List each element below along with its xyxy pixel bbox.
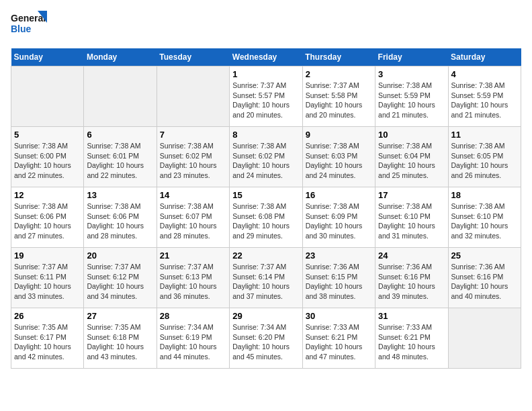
week-row-4: 26Sunrise: 7:35 AM Sunset: 6:17 PM Dayli… bbox=[11, 308, 521, 369]
calendar-cell: 24Sunrise: 7:36 AM Sunset: 6:16 PM Dayli… bbox=[375, 248, 448, 308]
day-number: 11 bbox=[451, 130, 518, 140]
calendar-cell bbox=[84, 66, 157, 127]
day-number: 10 bbox=[378, 130, 445, 140]
header: GeneralBlue bbox=[11, 11, 521, 40]
week-row-0: 1Sunrise: 7:37 AM Sunset: 5:57 PM Daylig… bbox=[11, 66, 521, 127]
calendar-cell: 8Sunrise: 7:38 AM Sunset: 6:02 PM Daylig… bbox=[230, 127, 302, 187]
calendar-cell: 5Sunrise: 7:38 AM Sunset: 6:00 PM Daylig… bbox=[11, 127, 84, 187]
calendar-cell bbox=[448, 308, 521, 369]
day-number: 4 bbox=[451, 69, 518, 79]
day-info: Sunrise: 7:33 AM Sunset: 6:21 PM Dayligh… bbox=[306, 322, 372, 362]
week-row-1: 5Sunrise: 7:38 AM Sunset: 6:00 PM Daylig… bbox=[11, 127, 521, 187]
day-number: 9 bbox=[306, 130, 372, 140]
day-info: Sunrise: 7:35 AM Sunset: 6:18 PM Dayligh… bbox=[87, 322, 153, 362]
day-info: Sunrise: 7:38 AM Sunset: 6:00 PM Dayligh… bbox=[14, 141, 81, 181]
day-info: Sunrise: 7:38 AM Sunset: 6:04 PM Dayligh… bbox=[378, 141, 445, 181]
calendar-cell: 11Sunrise: 7:38 AM Sunset: 6:05 PM Dayli… bbox=[448, 127, 521, 187]
calendar-body: 1Sunrise: 7:37 AM Sunset: 5:57 PM Daylig… bbox=[11, 66, 521, 369]
calendar-cell: 9Sunrise: 7:38 AM Sunset: 6:03 PM Daylig… bbox=[302, 127, 375, 187]
calendar-cell: 13Sunrise: 7:38 AM Sunset: 6:06 PM Dayli… bbox=[84, 187, 157, 248]
weekday-header-saturday: Saturday bbox=[448, 48, 521, 66]
calendar-cell: 18Sunrise: 7:38 AM Sunset: 6:10 PM Dayli… bbox=[448, 187, 521, 248]
weekday-header-sunday: Sunday bbox=[11, 48, 84, 66]
weekday-header-thursday: Thursday bbox=[302, 48, 375, 66]
day-number: 5 bbox=[14, 130, 81, 140]
day-info: Sunrise: 7:34 AM Sunset: 6:20 PM Dayligh… bbox=[232, 322, 299, 362]
day-number: 14 bbox=[160, 190, 226, 200]
day-info: Sunrise: 7:36 AM Sunset: 6:16 PM Dayligh… bbox=[451, 262, 518, 302]
calendar-cell: 19Sunrise: 7:37 AM Sunset: 6:11 PM Dayli… bbox=[11, 248, 84, 308]
day-number: 20 bbox=[87, 250, 153, 261]
day-info: Sunrise: 7:34 AM Sunset: 6:19 PM Dayligh… bbox=[160, 322, 226, 362]
day-info: Sunrise: 7:37 AM Sunset: 6:13 PM Dayligh… bbox=[160, 262, 226, 302]
calendar-cell: 28Sunrise: 7:34 AM Sunset: 6:19 PM Dayli… bbox=[157, 308, 229, 369]
day-number: 16 bbox=[306, 190, 372, 200]
day-number: 30 bbox=[306, 311, 372, 321]
day-number: 28 bbox=[160, 311, 226, 321]
day-info: Sunrise: 7:33 AM Sunset: 6:21 PM Dayligh… bbox=[378, 322, 445, 362]
calendar-cell: 10Sunrise: 7:38 AM Sunset: 6:04 PM Dayli… bbox=[375, 127, 448, 187]
day-number: 25 bbox=[451, 250, 518, 261]
day-info: Sunrise: 7:37 AM Sunset: 5:57 PM Dayligh… bbox=[232, 81, 299, 120]
day-info: Sunrise: 7:37 AM Sunset: 6:11 PM Dayligh… bbox=[14, 262, 81, 302]
day-info: Sunrise: 7:38 AM Sunset: 6:01 PM Dayligh… bbox=[87, 141, 153, 181]
day-number: 7 bbox=[160, 130, 226, 140]
calendar-cell: 3Sunrise: 7:38 AM Sunset: 5:59 PM Daylig… bbox=[375, 66, 448, 127]
day-number: 31 bbox=[378, 311, 445, 321]
day-info: Sunrise: 7:38 AM Sunset: 6:09 PM Dayligh… bbox=[306, 201, 372, 241]
day-info: Sunrise: 7:38 AM Sunset: 5:59 PM Dayligh… bbox=[378, 81, 445, 120]
day-number: 3 bbox=[378, 69, 445, 79]
day-number: 24 bbox=[378, 250, 445, 261]
calendar-cell: 27Sunrise: 7:35 AM Sunset: 6:18 PM Dayli… bbox=[84, 308, 157, 369]
day-info: Sunrise: 7:37 AM Sunset: 6:14 PM Dayligh… bbox=[232, 262, 299, 302]
calendar-cell: 12Sunrise: 7:38 AM Sunset: 6:06 PM Dayli… bbox=[11, 187, 84, 248]
day-info: Sunrise: 7:38 AM Sunset: 6:06 PM Dayligh… bbox=[87, 201, 153, 241]
day-info: Sunrise: 7:38 AM Sunset: 6:02 PM Dayligh… bbox=[160, 141, 226, 181]
day-number: 6 bbox=[87, 130, 153, 140]
calendar-cell: 16Sunrise: 7:38 AM Sunset: 6:09 PM Dayli… bbox=[302, 187, 375, 248]
calendar-cell: 4Sunrise: 7:38 AM Sunset: 5:59 PM Daylig… bbox=[448, 66, 521, 127]
weekday-header-row: SundayMondayTuesdayWednesdayThursdayFrid… bbox=[11, 48, 521, 66]
logo: GeneralBlue bbox=[11, 11, 51, 40]
day-info: Sunrise: 7:38 AM Sunset: 6:10 PM Dayligh… bbox=[378, 201, 445, 241]
day-info: Sunrise: 7:36 AM Sunset: 6:16 PM Dayligh… bbox=[378, 262, 445, 302]
calendar-cell: 29Sunrise: 7:34 AM Sunset: 6:20 PM Dayli… bbox=[230, 308, 302, 369]
day-number: 2 bbox=[306, 69, 372, 79]
day-number: 15 bbox=[232, 190, 299, 200]
svg-text:Blue: Blue bbox=[11, 24, 32, 34]
weekday-header-friday: Friday bbox=[375, 48, 448, 66]
day-info: Sunrise: 7:38 AM Sunset: 6:10 PM Dayligh… bbox=[451, 201, 518, 241]
day-info: Sunrise: 7:38 AM Sunset: 6:02 PM Dayligh… bbox=[232, 141, 299, 181]
weekday-header-wednesday: Wednesday bbox=[230, 48, 302, 66]
calendar-cell: 22Sunrise: 7:37 AM Sunset: 6:14 PM Dayli… bbox=[230, 248, 302, 308]
calendar-cell: 6Sunrise: 7:38 AM Sunset: 6:01 PM Daylig… bbox=[84, 127, 157, 187]
day-info: Sunrise: 7:38 AM Sunset: 6:05 PM Dayligh… bbox=[451, 141, 518, 181]
day-info: Sunrise: 7:37 AM Sunset: 6:12 PM Dayligh… bbox=[87, 262, 153, 302]
day-info: Sunrise: 7:38 AM Sunset: 5:59 PM Dayligh… bbox=[451, 81, 518, 120]
day-info: Sunrise: 7:36 AM Sunset: 6:15 PM Dayligh… bbox=[306, 262, 372, 302]
day-number: 18 bbox=[451, 190, 518, 200]
calendar-cell: 20Sunrise: 7:37 AM Sunset: 6:12 PM Dayli… bbox=[84, 248, 157, 308]
weekday-header-tuesday: Tuesday bbox=[157, 48, 229, 66]
day-number: 26 bbox=[14, 311, 81, 321]
logo-svg: GeneralBlue bbox=[11, 11, 51, 40]
calendar-header: SundayMondayTuesdayWednesdayThursdayFrid… bbox=[11, 48, 521, 66]
calendar-cell: 31Sunrise: 7:33 AM Sunset: 6:21 PM Dayli… bbox=[375, 308, 448, 369]
calendar-cell: 1Sunrise: 7:37 AM Sunset: 5:57 PM Daylig… bbox=[230, 66, 302, 127]
calendar-cell bbox=[157, 66, 229, 127]
calendar-cell: 15Sunrise: 7:38 AM Sunset: 6:08 PM Dayli… bbox=[230, 187, 302, 248]
calendar-cell: 21Sunrise: 7:37 AM Sunset: 6:13 PM Dayli… bbox=[157, 248, 229, 308]
day-number: 1 bbox=[232, 69, 299, 79]
week-row-3: 19Sunrise: 7:37 AM Sunset: 6:11 PM Dayli… bbox=[11, 248, 521, 308]
weekday-header-monday: Monday bbox=[84, 48, 157, 66]
day-info: Sunrise: 7:38 AM Sunset: 6:07 PM Dayligh… bbox=[160, 201, 226, 241]
calendar-cell: 25Sunrise: 7:36 AM Sunset: 6:16 PM Dayli… bbox=[448, 248, 521, 308]
calendar-cell: 14Sunrise: 7:38 AM Sunset: 6:07 PM Dayli… bbox=[157, 187, 229, 248]
day-number: 13 bbox=[87, 190, 153, 200]
calendar-table: SundayMondayTuesdayWednesdayThursdayFrid… bbox=[11, 48, 521, 369]
calendar-cell: 7Sunrise: 7:38 AM Sunset: 6:02 PM Daylig… bbox=[157, 127, 229, 187]
calendar-cell bbox=[11, 66, 84, 127]
calendar-cell: 17Sunrise: 7:38 AM Sunset: 6:10 PM Dayli… bbox=[375, 187, 448, 248]
calendar-cell: 30Sunrise: 7:33 AM Sunset: 6:21 PM Dayli… bbox=[302, 308, 375, 369]
day-info: Sunrise: 7:38 AM Sunset: 6:08 PM Dayligh… bbox=[232, 201, 299, 241]
